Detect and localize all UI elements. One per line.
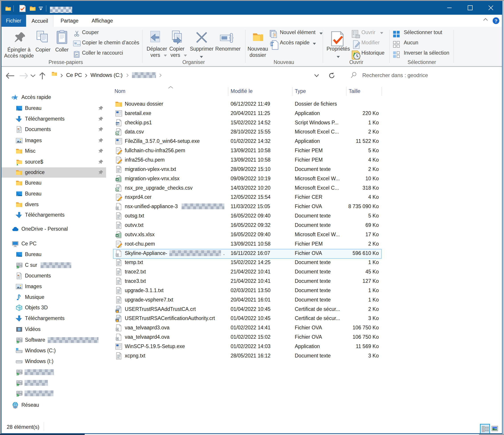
svg-text:?: ? xyxy=(495,18,497,23)
svg-text:W: W xyxy=(74,42,77,45)
